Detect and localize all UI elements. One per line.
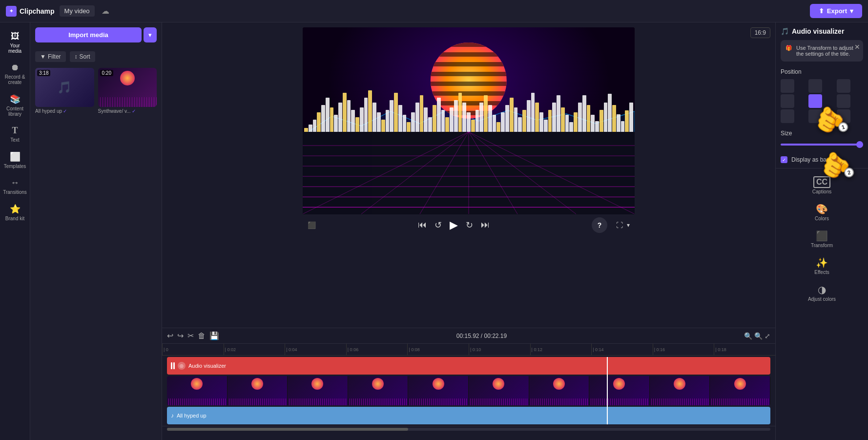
effects-icon: ✨ bbox=[816, 257, 828, 269]
pause-icon bbox=[171, 362, 175, 369]
subtitles-button[interactable]: ⬛ bbox=[308, 221, 316, 229]
topbar: ✦ Clipchamp My video ☁ ⬆ Export ▾ bbox=[0, 0, 868, 22]
main-layout: 🖼 Your media ⏺ Record & create 📚 Content… bbox=[0, 22, 868, 440]
size-slider[interactable] bbox=[781, 140, 863, 149]
sidebar-item-transitions-label: Transitions bbox=[3, 189, 27, 195]
scrollbar-track[interactable] bbox=[167, 428, 770, 431]
pos-cell-mc[interactable] bbox=[808, 94, 822, 108]
check-icon-1: ✓ bbox=[63, 108, 67, 114]
save-button[interactable]: 💾 bbox=[209, 331, 219, 340]
zoom-out-button[interactable]: 🔍 bbox=[744, 332, 752, 340]
timeline-toolbar: ↩ ↪ ✂ 🗑 💾 00:15.92 / 00:22.19 🔍 🔍 ⤢ bbox=[162, 328, 775, 344]
media-grid: 🎵 3:18 All hyped up ✓ 0:20 bbox=[30, 66, 162, 116]
music-icon: ♪ bbox=[171, 412, 174, 419]
redo-button[interactable]: ↪ bbox=[177, 331, 184, 340]
video-frame bbox=[529, 376, 590, 405]
audio-track-label: ♪ All hyped up bbox=[171, 412, 207, 419]
check-icon-2: ✓ bbox=[132, 108, 136, 114]
ruler-mark-0: | 0 bbox=[162, 344, 224, 356]
pos-cell-tr[interactable] bbox=[837, 79, 850, 93]
audio-visualizer-track[interactable]: ◎ Audio visualizer bbox=[167, 357, 770, 375]
list-item[interactable]: 0:20 Synthwave/ v... ✓ bbox=[98, 68, 157, 114]
media-thumb-2[interactable]: 0:20 bbox=[98, 68, 157, 107]
grid-lines-horizontal bbox=[303, 132, 635, 214]
effects-panel-item[interactable]: ✨ Effects bbox=[805, 253, 839, 279]
right-panel: 🎵 Audio visualizer 🎁 Use Transform to ad… bbox=[775, 22, 868, 440]
import-media-arrow-button[interactable]: ▾ bbox=[144, 27, 157, 42]
scrollbar-area bbox=[162, 426, 775, 432]
timeline-zoom-controls: 🔍 🔍 ⤢ bbox=[744, 332, 770, 340]
sidebar-item-content-library-label: Content library bbox=[3, 106, 27, 117]
filter-button[interactable]: ▼ Filter bbox=[35, 51, 66, 62]
audio-bars-overlay: // Generate bars via JS after render bbox=[303, 88, 635, 132]
synth-scene: // Generate bars via JS after render bbox=[303, 27, 635, 214]
captions-label: Captions bbox=[812, 189, 831, 194]
import-media-button[interactable]: Import media bbox=[35, 27, 142, 42]
timeline-time-display: 00:15.92 / 00:22.19 bbox=[223, 333, 740, 339]
pos-cell-ml[interactable] bbox=[781, 94, 794, 108]
sidebar: 🖼 Your media ⏺ Record & create 📚 Content… bbox=[0, 22, 30, 440]
play-pause-button[interactable]: ▶ bbox=[450, 219, 458, 231]
pos-cell-tc[interactable] bbox=[808, 79, 822, 93]
scrollbar-thumb[interactable] bbox=[167, 428, 408, 431]
help-button[interactable]: ? bbox=[592, 217, 607, 233]
export-button[interactable]: ⬆ Export ▾ bbox=[810, 4, 862, 18]
export-chevron-icon: ▾ bbox=[850, 7, 853, 15]
svg-line-14 bbox=[469, 132, 635, 214]
pos-cell-tl[interactable] bbox=[781, 79, 794, 93]
sort-button[interactable]: ↕ Sort bbox=[70, 51, 95, 62]
adjust-colors-icon: ◑ bbox=[818, 284, 826, 295]
sidebar-item-your-media-label: Your media bbox=[3, 43, 27, 54]
sidebar-item-templates[interactable]: ⬜ Templates bbox=[1, 147, 29, 173]
brand-icon: ⭐ bbox=[10, 204, 21, 214]
rewind-button[interactable]: ↺ bbox=[434, 220, 442, 230]
sidebar-item-text[interactable]: T Text bbox=[1, 122, 29, 147]
audio-viz-icon: ◎ bbox=[178, 362, 186, 370]
sidebar-item-record-create[interactable]: ⏺ Record & create bbox=[1, 59, 29, 89]
import-button-row: Import media ▾ bbox=[35, 27, 157, 42]
forward-button[interactable]: ↻ bbox=[466, 220, 473, 230]
skip-back-button[interactable]: ⏮ bbox=[418, 220, 427, 230]
filter-icon: ▼ bbox=[40, 53, 46, 60]
audio-viz-track-label: ◎ Audio visualizer bbox=[171, 362, 226, 370]
video-frame bbox=[167, 376, 227, 405]
ruler-mark-16: | 0:16 bbox=[653, 344, 714, 356]
adjust-colors-label: Adjust colors bbox=[808, 296, 836, 302]
sidebar-item-brand[interactable]: ⭐ Brand kit bbox=[1, 200, 29, 225]
ruler-mark-18: | 0:18 bbox=[714, 344, 775, 356]
transform-panel-item[interactable]: ⬛ Transform bbox=[805, 226, 839, 252]
sidebar-item-your-media[interactable]: 🖼 Your media bbox=[1, 27, 29, 58]
fullscreen-button[interactable]: ⛶ bbox=[616, 221, 623, 229]
tracks-area: ◎ Audio visualizer bbox=[162, 357, 775, 424]
media-panel-header: Import media ▾ bbox=[30, 22, 162, 47]
fit-button[interactable]: ⤢ bbox=[765, 332, 770, 340]
pos-cell-bl[interactable] bbox=[781, 109, 794, 123]
video-track[interactable] bbox=[167, 376, 770, 405]
position-label: Position bbox=[781, 68, 863, 75]
delete-button[interactable]: 🗑 bbox=[198, 332, 206, 340]
adjust-colors-panel-item[interactable]: ◑ Adjust colors bbox=[805, 280, 839, 306]
video-title[interactable]: My video bbox=[60, 5, 95, 17]
skip-forward-button[interactable]: ⏭ bbox=[481, 220, 490, 230]
tip-close-button[interactable]: ✕ bbox=[854, 43, 860, 51]
video-frame bbox=[288, 376, 348, 405]
video-area: 16:9 bbox=[162, 22, 775, 328]
display-bars-checkbox[interactable] bbox=[781, 156, 787, 163]
templates-icon: ⬜ bbox=[10, 151, 21, 162]
media-thumb-1[interactable]: 🎵 3:18 bbox=[35, 68, 94, 107]
media-panel: Import media ▾ ▼ Filter ↕ Sort 🎵 3:18 bbox=[30, 22, 162, 440]
media-thumb-2-label: Synthwave/ v... ✓ bbox=[98, 108, 157, 114]
sidebar-item-content-library[interactable]: 📚 Content library bbox=[1, 90, 29, 121]
colors-label: Colors bbox=[815, 216, 829, 221]
audio-track[interactable]: ♪ All hyped up bbox=[167, 407, 770, 424]
media-controls: ▼ Filter ↕ Sort bbox=[30, 47, 162, 66]
video-frame bbox=[710, 376, 770, 405]
undo-button[interactable]: ↩ bbox=[167, 331, 173, 340]
sidebar-item-transitions[interactable]: ↔ Transitions bbox=[1, 174, 29, 199]
list-item[interactable]: 🎵 3:18 All hyped up ✓ bbox=[35, 68, 94, 114]
zoom-in-button[interactable]: 🔍 bbox=[754, 332, 763, 340]
export-label: Export bbox=[827, 7, 847, 15]
expand-button[interactable]: ▾ bbox=[627, 222, 630, 229]
colors-panel-item[interactable]: 🎨 Colors bbox=[805, 199, 839, 225]
cut-button[interactable]: ✂ bbox=[187, 331, 194, 340]
